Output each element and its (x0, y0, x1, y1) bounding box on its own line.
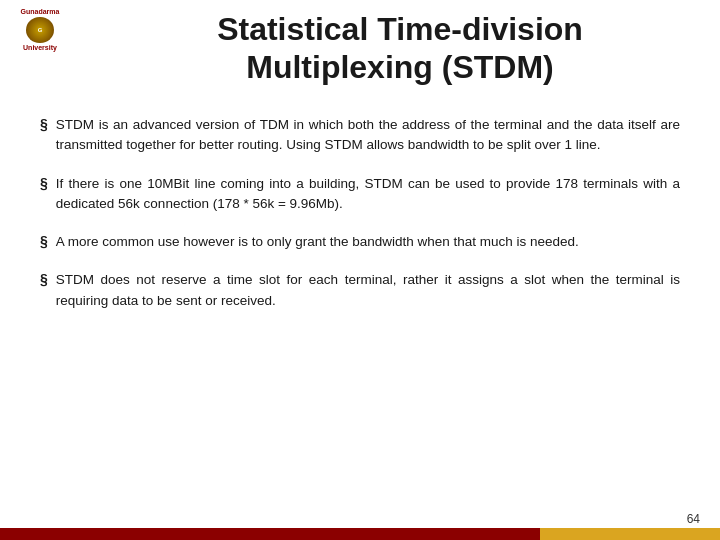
main-title: Statistical Time-division Multiplexing (… (100, 10, 700, 87)
bullet-text-3: A more common use however is to only gra… (56, 232, 579, 252)
bullet-symbol-4: § (40, 271, 48, 287)
logo-circle-inner: G (38, 27, 43, 33)
bullet-text-4: STDM does not reserve a time slot for ea… (56, 270, 680, 311)
bullet-symbol-3: § (40, 233, 48, 249)
university-name-top: Gunadarma (21, 8, 60, 16)
bullet-text-1: STDM is an advanced version of TDM in wh… (56, 115, 680, 156)
bullet-item-1: § STDM is an advanced version of TDM in … (40, 115, 680, 156)
bullet-symbol-2: § (40, 175, 48, 191)
logo-area: Gunadarma G University (8, 8, 78, 58)
bullet-symbol-1: § (40, 116, 48, 132)
content-area: § STDM is an advanced version of TDM in … (40, 115, 680, 490)
page-number: 64 (687, 512, 700, 526)
bar-gold (540, 528, 720, 540)
slide: Gunadarma G University Statistical Time-… (0, 0, 720, 540)
title-area: Statistical Time-division Multiplexing (… (100, 10, 700, 87)
logo-box: Gunadarma G University (8, 8, 72, 52)
bullet-section-1: § STDM is an advanced version of TDM in … (40, 115, 680, 156)
bullet-item-3: § A more common use however is to only g… (40, 232, 680, 252)
bullet-text-2: If there is one 10MBit line coming into … (56, 174, 680, 215)
bullet-item-4: § STDM does not reserve a time slot for … (40, 270, 680, 311)
university-name-bottom: University (23, 44, 57, 52)
bullet-section-2: § If there is one 10MBit line coming int… (40, 174, 680, 215)
logo-circle: G (26, 17, 54, 44)
bar-red (0, 528, 540, 540)
bullet-section-4: § STDM does not reserve a time slot for … (40, 270, 680, 311)
title-line2: Multiplexing (STDM) (100, 48, 700, 86)
bullet-section-3: § A more common use however is to only g… (40, 232, 680, 252)
title-line1: Statistical Time-division (100, 10, 700, 48)
bottom-bar (0, 528, 720, 540)
bullet-item-2: § If there is one 10MBit line coming int… (40, 174, 680, 215)
